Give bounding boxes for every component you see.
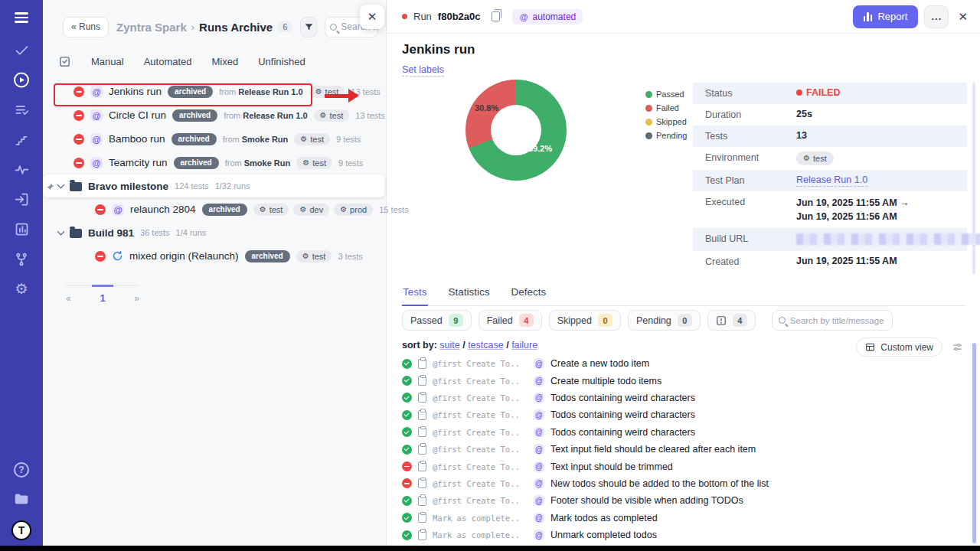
test-result-row[interactable]: Mark as complete... @ Unmark completed t… xyxy=(402,527,960,543)
test-result-row[interactable]: @first Create To... @ Text input field s… xyxy=(402,441,960,458)
test-result-row[interactable]: @first Create To... @ Create a new todo … xyxy=(402,355,960,372)
test-suite: @first Create To... xyxy=(433,393,518,403)
test-result-row[interactable]: @first Create To... @ Todos containing w… xyxy=(402,406,960,423)
run-failed-icon xyxy=(74,110,84,121)
sliders-icon[interactable] xyxy=(952,341,963,353)
test-title: Text input field should be cleared after… xyxy=(550,444,756,455)
more-options-button[interactable]: ... xyxy=(924,5,949,28)
menu-icon[interactable] xyxy=(15,12,28,23)
runs-count-badge: 6 xyxy=(277,21,292,32)
info-value xyxy=(796,233,980,245)
test-result-row[interactable]: @first Create To... @ Todos containing w… xyxy=(402,390,960,406)
gear-icon: ⚙ xyxy=(320,112,327,119)
clipboard-icon xyxy=(418,496,426,506)
app-sidebar: ⚙ ? T xyxy=(0,0,43,551)
test-result-row[interactable]: @first Create To... @ Text input should … xyxy=(402,458,960,474)
folder-runs-count: 1/32 runs xyxy=(215,181,250,191)
result-tab-defects[interactable]: Defects xyxy=(511,283,547,305)
runs-tab-manual[interactable]: Manual xyxy=(91,56,124,67)
set-labels-link[interactable]: Set labels xyxy=(402,64,444,77)
tests-scrollbar[interactable] xyxy=(972,343,976,543)
info-label: Tests xyxy=(705,130,796,142)
runs-play-icon[interactable] xyxy=(12,71,31,90)
run-list-item[interactable]: @ Jenkins run archived from Release Run … xyxy=(43,80,386,103)
filter-chip-failed[interactable]: Failed4 xyxy=(479,310,542,331)
tests-search-input[interactable] xyxy=(790,316,886,325)
filter-chip-passed[interactable]: Passed9 xyxy=(402,310,472,331)
info-label: Test Plan xyxy=(705,174,796,186)
info-label: Executed xyxy=(705,196,796,207)
run-from: from Release Run 1.0 xyxy=(224,111,307,120)
test-title: Todos containing weird characters xyxy=(550,393,695,403)
run-tests-count: 13 tests xyxy=(351,87,381,96)
runs-tab-automated[interactable]: Automated xyxy=(144,56,192,67)
report-button[interactable]: Report xyxy=(853,5,919,28)
projects-folder-icon[interactable] xyxy=(12,490,31,508)
analytics-pulse-icon[interactable] xyxy=(12,161,31,179)
info-row: Test PlanRelease Run 1.0 xyxy=(693,170,967,191)
info-label: Build URL xyxy=(705,233,796,244)
runs-panel: « Runs Zyntra Spark › Runs Archive 6 ✕ M… xyxy=(43,0,387,551)
run-list-item[interactable]: @ Bamboo run archived from Smoke Run ⚙te… xyxy=(43,127,386,151)
test-result-row[interactable]: @first Create To... @ Todos containing w… xyxy=(402,424,960,441)
sort-link-suite[interactable]: suite xyxy=(439,340,459,350)
test-result-row[interactable]: @first Create To... @ New todos should b… xyxy=(402,475,960,492)
runs-tab-mixed[interactable]: Mixed xyxy=(212,56,239,67)
run-list-item[interactable]: @ Circle CI run archived from Release Ru… xyxy=(43,103,386,127)
select-runs-icon[interactable] xyxy=(58,55,71,68)
tests-search-box xyxy=(772,310,893,331)
runs-panel-header: « Runs Zyntra Spark › Runs Archive 6 ✕ xyxy=(43,0,386,41)
user-avatar[interactable]: T xyxy=(11,520,31,540)
breadcrumb-project[interactable]: Zyntra Spark xyxy=(116,21,187,34)
gear-icon: ⚙ xyxy=(260,206,266,214)
settings-gear-icon[interactable]: ⚙ xyxy=(12,280,31,298)
close-panel-button[interactable]: ✕ xyxy=(360,5,384,29)
close-detail-button[interactable]: ✕ xyxy=(958,10,968,24)
run-info-table: StatusFAILEDDuration25sTests13Environmen… xyxy=(693,83,967,272)
redacted-build-url[interactable] xyxy=(796,233,980,245)
back-to-runs-button[interactable]: « Runs xyxy=(63,17,109,37)
filter-chip-pending[interactable]: Pending0 xyxy=(628,310,701,331)
custom-view-button[interactable]: Custom view xyxy=(856,337,942,357)
sort-link-testcase[interactable]: testcase xyxy=(468,340,504,350)
result-tab-tests[interactable]: Tests xyxy=(402,283,428,306)
run-list-item[interactable]: @ Teamcity run archived from Smoke Run ⚙… xyxy=(43,151,386,174)
pagination-prev[interactable]: « xyxy=(66,292,71,304)
tests-check-icon[interactable] xyxy=(12,41,31,60)
run-name: Teamcity run xyxy=(109,157,168,168)
test-status-icon xyxy=(402,376,412,386)
pagination-next[interactable]: » xyxy=(134,292,139,304)
folder-list-item[interactable]: Bravo milestone 124 tests 1/32 runs xyxy=(43,174,384,197)
filter-chip-skipped[interactable]: Skipped0 xyxy=(549,310,621,331)
filter-button[interactable] xyxy=(300,17,317,37)
info-row: StatusFAILED xyxy=(693,83,967,104)
milestones-stairs-icon[interactable] xyxy=(12,131,31,149)
sort-link-failure[interactable]: failure xyxy=(511,340,537,350)
chevron-down-icon[interactable] xyxy=(57,181,65,188)
test-plan-link[interactable]: Release Run 1.0 xyxy=(796,174,867,187)
reports-chart-icon[interactable] xyxy=(12,220,31,239)
archived-badge: archived xyxy=(168,86,213,98)
runs-tab-unfinished[interactable]: Unfinished xyxy=(258,56,305,67)
run-list-item[interactable]: @ relaunch 2804 archived ⚙test⚙dev⚙prod … xyxy=(43,197,386,221)
info-scrollbar[interactable] xyxy=(972,83,975,274)
run-list-item[interactable]: mixed origin (Relaunch) archived ⚙test 3… xyxy=(43,244,386,268)
import-icon[interactable] xyxy=(12,191,31,209)
folder-list-item[interactable]: Build 981 36 tests 1/4 runs xyxy=(43,221,386,244)
result-tab-statistics[interactable]: Statistics xyxy=(448,283,491,305)
pagination-current-page[interactable]: 1 xyxy=(100,292,105,304)
test-result-row[interactable]: Mark as complete... @ Mark todos as comp… xyxy=(402,510,960,527)
copy-icon[interactable] xyxy=(492,11,500,21)
info-value: 25s xyxy=(796,109,812,119)
test-result-row[interactable]: @first Create To... @ Footer should be v… xyxy=(402,492,960,509)
integrations-branch-icon[interactable] xyxy=(12,250,31,269)
run-name: mixed origin (Relaunch) xyxy=(129,250,239,262)
automated-test-icon: @ xyxy=(534,513,544,523)
defects-comment-chip[interactable]: 4 xyxy=(707,310,756,331)
test-result-row[interactable]: @first Create To... @ Create multiple to… xyxy=(402,372,960,389)
test-title: Create multiple todo items xyxy=(550,376,662,386)
help-icon[interactable]: ? xyxy=(14,462,29,478)
chevron-down-icon[interactable] xyxy=(57,227,65,235)
test-plans-icon[interactable] xyxy=(12,101,31,119)
clipboard-icon xyxy=(418,410,426,420)
